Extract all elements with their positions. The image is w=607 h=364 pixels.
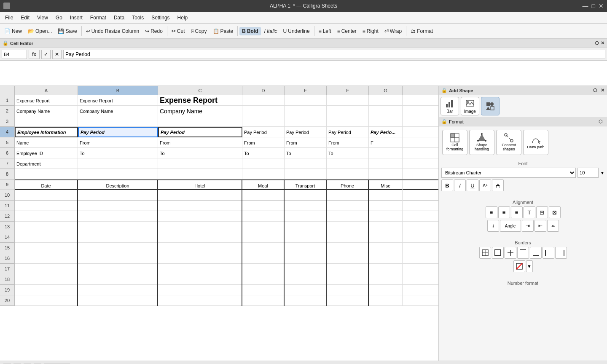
border-bottom-button[interactable] (530, 247, 542, 259)
align-right-button2[interactable]: ≡ (511, 206, 523, 218)
col-header-c[interactable]: C (158, 86, 242, 95)
cell-b20[interactable] (78, 295, 158, 306)
draw-path-button[interactable]: Draw path (523, 130, 548, 155)
cell-e9[interactable]: Transport (285, 180, 327, 191)
cell-d6[interactable]: To (242, 148, 285, 158)
cancel-button[interactable]: ✕ (52, 50, 62, 59)
cell-d2[interactable] (242, 106, 285, 116)
cell-a5[interactable]: Name (15, 137, 78, 148)
cell-g9[interactable]: Misc (369, 180, 403, 191)
align-bottom-button[interactable]: ⊠ (549, 206, 561, 218)
cell-a16[interactable] (15, 253, 78, 264)
cell-e2[interactable] (285, 106, 327, 116)
cell-e5[interactable]: From (285, 137, 327, 148)
border-right-button[interactable] (555, 247, 567, 259)
cell-b12[interactable] (78, 211, 158, 222)
cell-c13[interactable] (158, 222, 242, 232)
font-bold-button[interactable]: B (441, 179, 453, 191)
cell-d12[interactable] (242, 211, 285, 222)
cell-f15[interactable] (327, 243, 369, 253)
font-family-select[interactable]: Bitstream Charter (441, 168, 576, 178)
cell-a3[interactable] (15, 116, 78, 127)
col-header-b[interactable]: B (78, 86, 158, 95)
cell-f8[interactable] (327, 169, 369, 179)
cell-f2[interactable] (327, 106, 369, 116)
add-shape-expand-icon[interactable]: ⬡ (593, 88, 597, 93)
menu-view[interactable]: View (34, 13, 51, 22)
cell-f1[interactable] (327, 95, 369, 106)
cell-a7[interactable]: Department (15, 158, 78, 169)
close-button[interactable]: ✕ (599, 3, 604, 9)
cell-f20[interactable] (327, 295, 369, 306)
cell-a8[interactable] (15, 169, 78, 179)
cell-e3[interactable] (285, 116, 327, 127)
cell-a12[interactable] (15, 211, 78, 222)
cell-g16[interactable] (369, 253, 403, 264)
menu-insert[interactable]: Insert (67, 13, 86, 22)
cell-c7[interactable] (158, 158, 242, 169)
cell-g8[interactable] (369, 169, 403, 179)
cell-a13[interactable] (15, 222, 78, 232)
cell-c3[interactable] (158, 116, 242, 127)
border-outer-button[interactable] (492, 247, 504, 259)
border-color-button[interactable] (513, 260, 525, 272)
cell-b2[interactable]: Company Name (78, 106, 158, 116)
cell-b19[interactable] (78, 285, 158, 295)
paste-button[interactable]: 📋 Paste (210, 27, 236, 35)
menu-go[interactable]: Go (52, 13, 66, 22)
cell-reference-input[interactable] (2, 50, 27, 59)
cell-d1[interactable] (242, 95, 285, 106)
cell-f14[interactable] (327, 232, 369, 243)
format-button[interactable]: 🗂 Format (408, 27, 435, 35)
cell-e14[interactable] (285, 232, 327, 243)
align-text-button[interactable]: T (524, 206, 535, 218)
cell-e16[interactable] (285, 253, 327, 264)
cell-c14[interactable] (158, 232, 242, 243)
cell-b13[interactable] (78, 222, 158, 232)
cell-f6[interactable]: To (327, 148, 369, 158)
cell-g1[interactable] (369, 95, 403, 106)
cell-b16[interactable] (78, 253, 158, 264)
cell-e18[interactable] (285, 274, 327, 285)
redo-button[interactable]: ↪ Redo (142, 27, 165, 35)
cell-c17[interactable] (158, 264, 242, 274)
cell-g19[interactable] (369, 285, 403, 295)
cell-c16[interactable] (158, 253, 242, 264)
cell-e13[interactable] (285, 222, 327, 232)
cell-f19[interactable] (327, 285, 369, 295)
shrink-button[interactable]: ⇔ (547, 220, 559, 232)
cell-c4[interactable]: Pay Period (158, 127, 242, 137)
cell-f7[interactable] (327, 158, 369, 169)
image-button[interactable]: Image (461, 97, 479, 115)
cell-b17[interactable] (78, 264, 158, 274)
font-strikethrough-button[interactable]: A (492, 179, 504, 191)
cell-g20[interactable] (369, 295, 403, 306)
cell-editor-expand-icon[interactable]: ⬡ (595, 40, 599, 46)
cell-b9[interactable]: Description (78, 180, 158, 191)
cell-g2[interactable] (369, 106, 403, 116)
border-all-button[interactable] (479, 247, 491, 259)
shapes-button[interactable] (481, 97, 500, 115)
cell-b5[interactable]: From (78, 137, 158, 148)
cell-d14[interactable] (242, 232, 285, 243)
cell-editor-close-icon[interactable]: ✕ (601, 40, 604, 46)
cell-b8[interactable] (78, 169, 158, 179)
font-size-input[interactable] (577, 168, 599, 178)
cell-e19[interactable] (285, 285, 327, 295)
cell-d3[interactable] (242, 116, 285, 127)
cell-d5[interactable]: From (242, 137, 285, 148)
cell-a11[interactable] (15, 201, 78, 211)
font-underline-button[interactable]: U (467, 179, 478, 191)
cell-c10[interactable] (158, 190, 242, 201)
cell-f4[interactable]: Pay Period (327, 127, 369, 137)
cell-g11[interactable] (369, 201, 403, 211)
cell-c1[interactable]: Expense Report (158, 95, 242, 106)
cell-formatting-button[interactable]: Cell formatting (442, 130, 467, 155)
cell-d9[interactable]: Meal (242, 180, 285, 191)
cell-c20[interactable] (158, 295, 242, 306)
spreadsheet-area[interactable]: A B C D E F G 1 2 3 4 5 6 7 8 9 10 11 12 (0, 86, 438, 361)
cell-e12[interactable] (285, 211, 327, 222)
cell-a20[interactable] (15, 295, 78, 306)
open-button[interactable]: 📂 Open... (25, 27, 54, 35)
maximize-button[interactable]: □ (592, 3, 595, 9)
